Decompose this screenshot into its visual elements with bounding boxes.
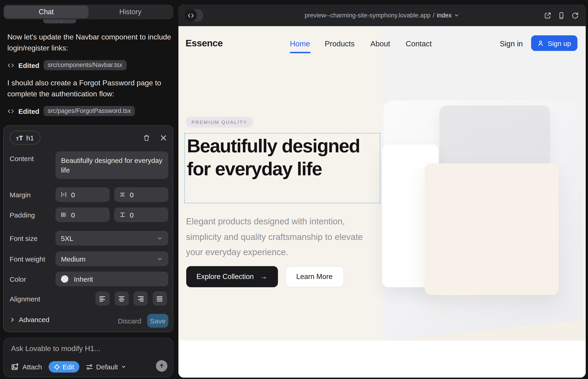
trash-icon: [142, 134, 150, 142]
edited-file-row[interactable]: Edited src/pages/ForgotPassword.tsx: [7, 106, 135, 116]
selected-element-pill[interactable]: TT h1: [10, 131, 40, 144]
save-button[interactable]: Save: [147, 314, 168, 328]
attach-image-icon: [11, 363, 19, 371]
preview-page-name: index: [437, 12, 452, 19]
nav-link-contact[interactable]: Contact: [406, 39, 432, 48]
code-icon: [7, 62, 14, 69]
hero-paragraph: Elegant products designed with intention…: [186, 214, 371, 260]
active-nav-underline: [290, 52, 310, 53]
hero-heading[interactable]: Beautifully designed for everyday life: [187, 134, 378, 180]
align-left-button[interactable]: [95, 291, 109, 306]
composer-toolbar: Attach Edit Default: [11, 361, 126, 373]
color-label: Color: [10, 275, 26, 283]
margin-label: Margin: [10, 191, 31, 199]
mobile-view-icon[interactable]: [557, 12, 565, 20]
address-bar[interactable]: preview--charming-site-symphony.lovable.…: [178, 5, 586, 26]
learn-more-button[interactable]: Learn More: [285, 266, 344, 287]
sign-up-label: Sign up: [548, 39, 571, 47]
sidebar-tab-bar: Chat History: [3, 5, 173, 19]
delete-element-button[interactable]: [141, 132, 152, 143]
composer-input[interactable]: [11, 345, 162, 353]
font-size-select[interactable]: 5XL: [56, 231, 168, 245]
font-weight-value: Medium: [61, 255, 86, 263]
padding-vertical-icon: [119, 211, 126, 218]
padding-x-input[interactable]: 0: [56, 207, 110, 222]
margin-y-input[interactable]: 0: [114, 187, 168, 202]
align-right-button[interactable]: [134, 291, 148, 306]
model-default-label: Default: [96, 363, 118, 371]
chevron-down-icon: [454, 13, 459, 18]
chat-message: I should also create a Forgot Password p…: [7, 78, 171, 99]
content-input[interactable]: Beautifully designed for everyday life: [56, 151, 168, 179]
chevron-right-icon: [10, 317, 15, 322]
alignment-label: Alignment: [10, 295, 40, 303]
font-weight-select[interactable]: Medium: [56, 252, 168, 266]
close-icon: [160, 134, 167, 141]
content-label: Content: [10, 155, 34, 162]
nav-link-home[interactable]: Home: [290, 39, 310, 48]
transparent-swatch-icon: [61, 275, 68, 283]
target-icon: [53, 364, 60, 370]
tab-history[interactable]: History: [88, 5, 172, 18]
padding-horizontal-icon: [61, 211, 67, 218]
advanced-label: Advanced: [19, 316, 49, 323]
edited-label: Edited: [18, 107, 39, 115]
sign-in-link[interactable]: Sign in: [500, 39, 523, 48]
preview-browser-window: preview--charming-site-symphony.lovable.…: [178, 5, 586, 377]
padding-y-input[interactable]: 0: [114, 207, 168, 222]
edited-file-chip[interactable]: src/components/Navbar.tsx: [44, 60, 127, 70]
edit-mode-button[interactable]: Edit: [48, 361, 79, 373]
align-center-button[interactable]: [114, 291, 129, 306]
align-left-icon: [99, 295, 106, 302]
user-icon: [537, 40, 544, 47]
color-select[interactable]: Inherit: [56, 272, 168, 286]
model-default-button[interactable]: Default: [86, 363, 126, 371]
sign-up-button[interactable]: Sign up: [531, 35, 577, 51]
preview-site: Essence Home Products About Contact Sign…: [178, 26, 586, 377]
edited-label: Edited: [18, 61, 39, 69]
site-logo[interactable]: Essence: [186, 38, 223, 49]
sliders-icon: [86, 363, 93, 371]
section-below-hero: [178, 340, 586, 377]
explore-collection-button[interactable]: Explore Collection →: [186, 266, 278, 287]
attach-label: Attach: [22, 363, 42, 371]
close-editor-button[interactable]: [158, 132, 169, 143]
send-button[interactable]: [156, 360, 167, 372]
align-center-icon: [118, 295, 125, 302]
margin-horizontal-icon: [61, 191, 67, 198]
refresh-icon[interactable]: [571, 12, 579, 20]
color-value: Inherit: [74, 275, 93, 283]
padding-label: Padding: [10, 211, 35, 219]
margin-x-input[interactable]: 0: [56, 187, 110, 202]
chat-composer: Attach Edit Default: [3, 338, 173, 377]
edited-file-row[interactable]: Edited src/components/Navbar.tsx: [7, 60, 126, 70]
explore-collection-label: Explore Collection: [197, 272, 254, 281]
element-tag-label: h1: [26, 134, 34, 142]
open-external-icon[interactable]: [543, 12, 552, 20]
align-justify-button[interactable]: [153, 291, 167, 306]
app-root: · · Chat History Now let's update the Na…: [0, 0, 588, 379]
font-size-label: Font size: [10, 235, 38, 242]
font-size-value: 5XL: [61, 234, 73, 242]
tab-chat[interactable]: Chat: [4, 5, 88, 18]
padding-x-value: 0: [71, 211, 75, 219]
margin-y-value: 0: [130, 191, 134, 198]
margin-vertical-icon: [119, 191, 126, 198]
arrow-right-icon: →: [260, 272, 267, 281]
nav-link-about[interactable]: About: [370, 39, 390, 48]
scrolled-dots: · ·: [56, 20, 64, 23]
arrow-up-icon: [159, 363, 165, 369]
scrolled-message-chip: · ·: [43, 19, 76, 23]
chevron-down-icon: [157, 235, 163, 241]
nav-link-products[interactable]: Products: [325, 39, 355, 48]
premium-badge: PREMIUM QUALITY: [186, 117, 253, 127]
chevron-down-icon: [121, 364, 126, 369]
edit-mode-label: Edit: [62, 363, 74, 371]
align-right-icon: [137, 295, 144, 302]
advanced-toggle[interactable]: Advanced: [10, 316, 49, 323]
discard-button[interactable]: Discard: [118, 317, 141, 325]
attach-button[interactable]: Attach: [11, 363, 42, 371]
url-separator: /: [433, 12, 434, 19]
margin-x-value: 0: [71, 191, 75, 198]
edited-file-chip[interactable]: src/pages/ForgotPassword.tsx: [44, 106, 135, 116]
